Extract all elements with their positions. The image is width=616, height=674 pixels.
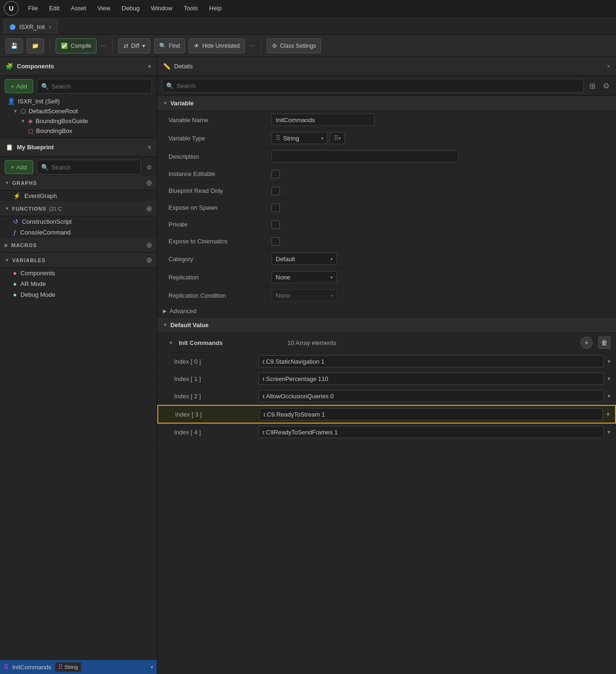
category-dropdown[interactable]: Default ▾	[271, 253, 337, 265]
my-blueprint-title: My Blueprint	[17, 144, 54, 151]
details-search-input[interactable]	[176, 82, 579, 89]
my-blueprint-search-input[interactable]	[51, 164, 137, 171]
menu-debug[interactable]: Debug	[120, 4, 141, 13]
blueprint-icon: 📋	[6, 144, 13, 151]
my-blueprint-add-button[interactable]: + Add	[5, 160, 33, 174]
box-icon: ◻	[28, 127, 33, 134]
index-3-input[interactable]	[259, 408, 603, 420]
console-command-item[interactable]: ƒ ConsoleCommand	[0, 227, 157, 238]
section-functions-header[interactable]: ▼ FUNCTIONS (21 C ⊕	[0, 201, 157, 216]
advanced-row[interactable]: ▶ Advanced	[157, 305, 616, 318]
array-dots-icon: ⠿	[334, 134, 338, 142]
components-toolbar: + Add 🔍	[0, 76, 157, 95]
details-settings-icon[interactable]: ⚙	[601, 81, 611, 91]
my-blueprint-settings-icon[interactable]: ⚙	[147, 164, 152, 171]
graphs-add-button[interactable]: ⊕	[146, 178, 152, 187]
menu-edit[interactable]: Edit	[47, 4, 61, 13]
expose-on-spawn-value	[271, 204, 610, 212]
variable-type-dropdown[interactable]: ⠿ String ▾	[271, 132, 328, 144]
index-2-chevron-icon[interactable]: ▾	[608, 393, 610, 399]
main-tab[interactable]: ISXR_Init ×	[4, 19, 58, 34]
tree-item-self[interactable]: 👤 ISXR_Init (Self)	[0, 96, 157, 106]
expose-on-spawn-checkbox[interactable]	[271, 204, 280, 212]
variable-section-title: Variable	[170, 100, 194, 107]
components-close-button[interactable]: ×	[147, 63, 151, 70]
construction-script-icon: ↺	[13, 218, 18, 225]
index-1-input[interactable]	[258, 373, 604, 385]
class-settings-button[interactable]: ⚙ Class Settings	[267, 38, 321, 53]
my-blueprint-close-button[interactable]: ×	[147, 144, 151, 151]
section-graphs-header[interactable]: ▼ GRAPHS ⊕	[0, 176, 157, 190]
index-3-label: Index [ 3 ]	[175, 411, 259, 418]
save-button[interactable]: 💾	[6, 38, 23, 53]
open-button[interactable]: 📁	[27, 38, 44, 53]
private-checkbox[interactable]	[271, 220, 280, 229]
components-search-input[interactable]	[51, 83, 148, 90]
event-graph-item[interactable]: ⚡ EventGraph	[0, 190, 157, 201]
variable-name-input[interactable]	[271, 114, 374, 126]
details-close-button[interactable]: ×	[607, 63, 610, 70]
index-row-1: Index [ 1 ] ▾	[157, 370, 616, 388]
tab-label: ISXR_Init	[19, 23, 45, 30]
macros-add-button[interactable]: ⊕	[146, 241, 152, 249]
blueprint-read-only-checkbox[interactable]	[271, 187, 280, 195]
hide-unrelated-button[interactable]: 👁 Hide Unrelated	[189, 38, 245, 53]
diff-button[interactable]: ⇄ Diff ▾	[118, 38, 150, 53]
details-search-bar: 🔍 ⊞ ⚙	[157, 76, 616, 96]
menu-asset[interactable]: Asset	[69, 4, 88, 13]
init-commands-label: Init Commands	[179, 339, 282, 346]
details-title: Details	[174, 63, 193, 70]
instance-editable-label: Instance Editable	[169, 170, 271, 177]
index-1-chevron-icon[interactable]: ▾	[608, 375, 610, 382]
menu-tools[interactable]: Tools	[182, 4, 199, 13]
details-grid-icon[interactable]: ⊞	[587, 81, 597, 91]
menu-window[interactable]: Window	[149, 4, 174, 13]
var-ar-mode-icon: ●	[13, 280, 17, 287]
index-4-input[interactable]	[258, 426, 604, 438]
compile-label: Compile	[71, 43, 91, 49]
add-array-element-button[interactable]: +	[580, 337, 593, 349]
index-0-chevron-icon[interactable]: ▾	[608, 358, 610, 365]
variables-add-button[interactable]: ⊕	[146, 256, 152, 264]
tree-item-bounding-box[interactable]: ◻ BoundingBox	[0, 126, 157, 136]
section-macros-header[interactable]: ▶ MACROS ⊕	[0, 238, 157, 253]
index-2-input[interactable]	[258, 390, 604, 402]
var-type-badge: ⠿ String	[55, 662, 81, 672]
index-3-chevron-icon[interactable]: ▾	[607, 411, 609, 418]
more-options-button[interactable]: ⋯	[249, 42, 255, 49]
description-input[interactable]	[271, 150, 459, 162]
section-variables-header[interactable]: ▼ VARIABLES ⊕	[0, 253, 157, 268]
menu-view[interactable]: View	[95, 4, 112, 13]
ue-logo: U	[4, 1, 19, 16]
instance-editable-checkbox[interactable]	[271, 170, 280, 178]
diff-arrow-icon: ▾	[142, 43, 145, 49]
open-icon: 📁	[32, 43, 39, 49]
tab-close-button[interactable]: ×	[49, 24, 51, 30]
construction-script-item[interactable]: ↺ ConstructionScript	[0, 216, 157, 227]
compile-more-button[interactable]: ⋯	[100, 42, 107, 49]
init-commands-var-row[interactable]: ⠿ InitCommands ⠿ String ▾	[0, 660, 157, 674]
delete-array-button[interactable]: 🗑	[598, 337, 610, 349]
var-ar-mode-item[interactable]: ● AR Mode	[0, 278, 157, 289]
replication-condition-dropdown[interactable]: None ▾	[271, 289, 337, 301]
index-4-chevron-icon[interactable]: ▾	[608, 429, 610, 435]
replication-value: None ▾	[271, 271, 610, 283]
var-debug-mode-item[interactable]: ● Debug Mode	[0, 289, 157, 300]
menu-help[interactable]: Help	[207, 4, 224, 13]
replication-condition-value-label: None	[276, 292, 290, 299]
index-0-input[interactable]	[258, 355, 604, 367]
compile-button[interactable]: ✅ Compile	[56, 38, 96, 53]
find-button[interactable]: 🔍 Find	[154, 38, 185, 53]
expose-to-cinematics-checkbox[interactable]	[271, 237, 280, 246]
replication-label: Replication	[169, 274, 271, 281]
components-add-button[interactable]: + Add	[5, 79, 33, 93]
var-components-item[interactable]: ● Components	[0, 268, 157, 278]
tree-item-default-scene-root[interactable]: ▼ ⬡ DefaultSceneRoot	[0, 106, 157, 116]
type-array-button[interactable]: ⠿ ▾	[330, 132, 345, 144]
replication-dropdown[interactable]: None ▾	[271, 271, 337, 283]
menu-file[interactable]: File	[26, 4, 40, 13]
tree-item-bounding-box-guide[interactable]: ▼ ◈ BoundingBoxGuide	[0, 116, 157, 126]
variable-section-header[interactable]: ▼ Variable	[157, 96, 616, 111]
functions-add-button[interactable]: ⊕	[146, 204, 152, 213]
default-value-section-header[interactable]: ▼ Default Value	[157, 318, 616, 333]
